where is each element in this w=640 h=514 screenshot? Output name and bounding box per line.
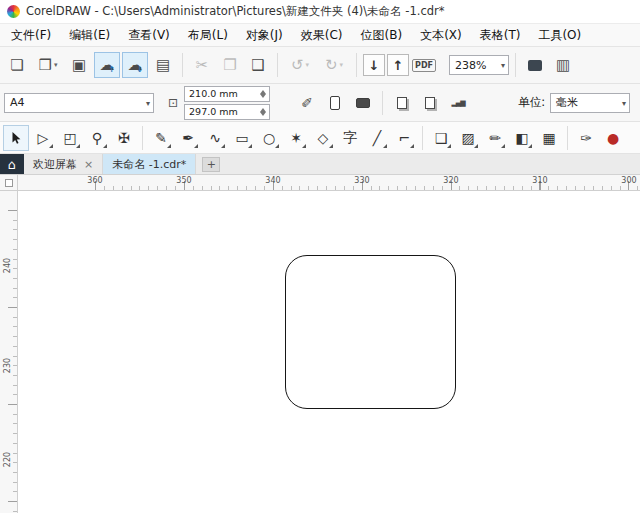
redo-button[interactable]: ↻ bbox=[318, 52, 350, 78]
cut-button[interactable]: ✂ bbox=[189, 52, 215, 78]
drawing-canvas[interactable] bbox=[18, 191, 640, 513]
page-width-input[interactable]: 210.0 mm bbox=[184, 86, 270, 102]
menu-file[interactable]: 文件(F) bbox=[2, 24, 60, 46]
undo-button[interactable]: ↺ bbox=[284, 52, 316, 78]
toolbox-separator bbox=[422, 126, 423, 150]
drop-shadow-tool[interactable]: ❑ bbox=[428, 125, 454, 151]
shape-tool-icon: ▷ bbox=[38, 130, 49, 146]
landscape-button[interactable] bbox=[350, 90, 376, 116]
fill-color-tool[interactable]: ● bbox=[600, 125, 626, 151]
rounded-rectangle-object[interactable] bbox=[285, 255, 456, 409]
print-button[interactable]: ▤ bbox=[150, 52, 176, 78]
units-combo[interactable]: 毫米 bbox=[550, 93, 630, 113]
page-sort-button[interactable]: ▂▄▆ bbox=[445, 90, 471, 116]
menu-bitmaps[interactable]: 位图(B) bbox=[352, 24, 412, 46]
new-tab-button[interactable]: + bbox=[202, 157, 220, 172]
window-title: CorelDRAW - C:\Users\Administrator\Pictu… bbox=[26, 4, 445, 19]
ruler-mark: 320 bbox=[443, 176, 458, 185]
horizontal-ruler[interactable]: 360 350 340 330 320 310 300 bbox=[18, 175, 640, 190]
pick-tool[interactable] bbox=[3, 125, 29, 151]
ellipse-tool-icon: ○ bbox=[263, 130, 275, 146]
fullscreen-preview-icon bbox=[528, 60, 542, 71]
toolbar-separator bbox=[356, 53, 357, 77]
shape-tool[interactable]: ▷ bbox=[30, 125, 56, 151]
export-arrow-icon: ↑ bbox=[393, 59, 404, 72]
export-button[interactable]: ↑ bbox=[387, 54, 409, 76]
publish-pdf-button[interactable]: PDF bbox=[411, 52, 437, 78]
drawing-scale-button[interactable]: ✐ bbox=[294, 90, 320, 116]
toolbar-separator bbox=[277, 53, 278, 77]
crop-tool[interactable]: ◰ bbox=[57, 125, 83, 151]
menu-edit[interactable]: 编辑(E) bbox=[60, 24, 119, 46]
dimension-tool[interactable]: ╱ bbox=[364, 125, 390, 151]
toolbox-separator bbox=[567, 126, 568, 150]
text-tool[interactable]: 字 bbox=[337, 125, 363, 151]
redo-icon: ↻ bbox=[325, 58, 338, 73]
color-eyedropper-tool[interactable]: ✏ bbox=[482, 125, 508, 151]
freehand-tool-icon: ✎ bbox=[155, 130, 167, 146]
copy-button[interactable]: ❐ bbox=[217, 52, 243, 78]
toolbox-separator bbox=[142, 126, 143, 150]
menu-layout[interactable]: 布局(L) bbox=[179, 24, 237, 46]
outline-pen-tool[interactable]: ✑ bbox=[573, 125, 599, 151]
import-arrow-icon: ↓ bbox=[369, 59, 380, 72]
zoom-level-combo[interactable]: 238% bbox=[449, 55, 509, 75]
ellipse-tool[interactable]: ○ bbox=[256, 125, 282, 151]
home-tab-button[interactable]: ⌂ bbox=[0, 154, 24, 174]
ruler-mark: 330 bbox=[354, 176, 369, 185]
fullscreen-preview-button[interactable] bbox=[522, 52, 548, 78]
ruler-mark: 360 bbox=[87, 176, 102, 185]
all-pages-button[interactable] bbox=[389, 90, 415, 116]
zoom-tool[interactable]: ⚲ bbox=[84, 125, 110, 151]
pen-tool-icon: ✒ bbox=[182, 130, 194, 146]
smart-fill-tool[interactable]: ▦ bbox=[536, 125, 562, 151]
new-document-button[interactable]: ❏ bbox=[4, 52, 30, 78]
close-icon[interactable]: × bbox=[84, 158, 93, 171]
tab-untitled-document[interactable]: 未命名 -1.cdr* bbox=[103, 154, 196, 174]
zoom-level-value: 238% bbox=[455, 59, 486, 72]
menu-effects[interactable]: 效果(C) bbox=[292, 24, 352, 46]
import-button[interactable]: ↓ bbox=[363, 54, 385, 76]
common-shapes-tool[interactable]: ◇ bbox=[310, 125, 336, 151]
pen-tool[interactable]: ✒ bbox=[175, 125, 201, 151]
interactive-fill-tool-icon: ◧ bbox=[515, 130, 528, 146]
open-button[interactable]: ❒ bbox=[32, 52, 64, 78]
menu-view[interactable]: 查看(V) bbox=[119, 24, 179, 46]
show-rulers-button[interactable]: ▥ bbox=[550, 52, 576, 78]
standard-toolbar: ❏ ❒ ▣ ☁ ↑ ☁ ↓ ▤ ✂ ❐ ❑ ↺ ↻ ↓ ↑ PDF 238% bbox=[0, 47, 640, 84]
menu-object[interactable]: 对象(J) bbox=[237, 24, 292, 46]
portrait-button[interactable] bbox=[322, 90, 348, 116]
current-page-button[interactable] bbox=[417, 90, 443, 116]
main-area: 240 230 220 bbox=[0, 191, 640, 513]
polygon-tool-icon: ✶ bbox=[290, 130, 302, 146]
rectangle-tool[interactable]: ▭ bbox=[229, 125, 255, 151]
bezier-tool[interactable]: ∿ bbox=[202, 125, 228, 151]
pan-tool[interactable]: ✠ bbox=[111, 125, 137, 151]
new-document-icon: ❏ bbox=[10, 58, 23, 73]
ruler-mark: 340 bbox=[265, 176, 280, 185]
connector-tool[interactable]: ⌐ bbox=[391, 125, 417, 151]
plus-icon: + bbox=[207, 158, 216, 171]
tab-label: 未命名 -1.cdr* bbox=[112, 157, 186, 172]
undo-icon: ↺ bbox=[291, 58, 304, 73]
page-size-preset-combo[interactable]: A4 bbox=[4, 93, 154, 113]
common-shapes-tool-icon: ◇ bbox=[318, 130, 329, 146]
paste-button[interactable]: ❑ bbox=[245, 52, 271, 78]
menu-text[interactable]: 文本(X) bbox=[411, 24, 471, 46]
interactive-fill-tool[interactable]: ◧ bbox=[509, 125, 535, 151]
cloud-upload-button[interactable]: ☁ ↑ bbox=[94, 52, 120, 78]
menu-tools[interactable]: 工具(O) bbox=[529, 24, 590, 46]
freehand-tool[interactable]: ✎ bbox=[148, 125, 174, 151]
page-height-input[interactable]: 297.0 mm bbox=[184, 104, 270, 120]
save-button[interactable]: ▣ bbox=[66, 52, 92, 78]
page-height-value: 297.0 mm bbox=[189, 106, 238, 117]
cloud-download-button[interactable]: ☁ ↓ bbox=[122, 52, 148, 78]
tab-welcome-screen[interactable]: 欢迎屏幕 × bbox=[24, 154, 103, 174]
ruler-mark: 350 bbox=[176, 176, 191, 185]
menu-table[interactable]: 表格(T) bbox=[471, 24, 530, 46]
polygon-tool[interactable]: ✶ bbox=[283, 125, 309, 151]
transparency-tool[interactable]: ▨ bbox=[455, 125, 481, 151]
ruler-origin[interactable] bbox=[0, 175, 18, 190]
vertical-ruler[interactable]: 240 230 220 bbox=[0, 191, 18, 513]
color-eyedropper-tool-icon: ✏ bbox=[489, 130, 501, 146]
